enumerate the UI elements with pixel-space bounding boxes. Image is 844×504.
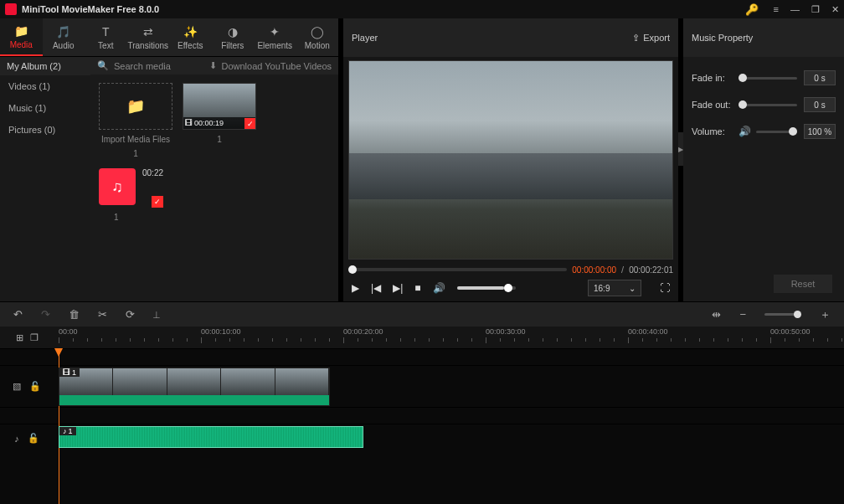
- video-track: ▧ 🔓 🎞1: [0, 365, 844, 407]
- undo-button[interactable]: ↶: [13, 308, 23, 321]
- titlebar: MiniTool MovieMaker Free 8.0.0 🔑 ≡ — ❐ ✕: [0, 0, 844, 18]
- zoom-out-button[interactable]: −: [739, 308, 746, 321]
- fade-in-slider[interactable]: [738, 77, 797, 80]
- search-input[interactable]: Search media: [114, 61, 171, 71]
- folder-icon: 📁: [126, 97, 145, 116]
- scrub-bar[interactable]: [348, 268, 567, 271]
- speed-button[interactable]: ⟳: [126, 308, 135, 321]
- next-frame-button[interactable]: ▶|: [393, 282, 403, 294]
- tab-audio[interactable]: 🎵Audio: [43, 18, 85, 56]
- zoom-slider[interactable]: [764, 313, 801, 316]
- play-button[interactable]: ▶: [352, 282, 359, 294]
- export-icon: ⇪: [632, 33, 640, 44]
- app-title: MiniTool MovieMaker Free 8.0.0: [22, 4, 745, 14]
- fade-out-label: Fade out:: [692, 100, 738, 110]
- media-panel: 🔍 Search media ⬇ Download YouTube Videos…: [90, 57, 338, 301]
- minimize-button[interactable]: —: [790, 4, 800, 14]
- media-video-thumb[interactable]: 🎞 00:00:19 ✓ 1: [183, 83, 256, 158]
- property-panel: ▶ Fade in: 0 s Fade out: 0 s Volume: 🔊 1…: [683, 57, 844, 301]
- reset-button[interactable]: Reset: [774, 275, 832, 293]
- library-category-0[interactable]: Videos (1): [0, 75, 90, 97]
- menu-icon[interactable]: ≡: [774, 4, 779, 14]
- time-current: 00:00:00:00: [572, 265, 616, 275]
- property-header: Music Property: [683, 18, 844, 57]
- audio-clip[interactable]: ♪1: [59, 426, 363, 448]
- fit-button[interactable]: ⇹: [712, 308, 721, 321]
- text-icon: T: [102, 25, 110, 39]
- album-header[interactable]: My Album (2): [0, 57, 90, 75]
- track-dup-button[interactable]: ❐: [30, 332, 39, 343]
- prev-frame-button[interactable]: |◀: [371, 282, 381, 294]
- volume-value[interactable]: 100 %: [804, 124, 836, 139]
- download-icon: ⬇: [209, 60, 217, 71]
- stop-button[interactable]: ■: [414, 282, 420, 294]
- lock-icon[interactable]: 🔓: [28, 433, 39, 444]
- video-clip-label: 1: [72, 368, 76, 377]
- time-total: 00:00:22:01: [629, 265, 673, 275]
- library-sidebar: My Album (2) Videos (1)Music (1)Pictures…: [0, 57, 90, 301]
- tab-media[interactable]: 📁Media: [0, 18, 43, 56]
- redo-button[interactable]: ↷: [41, 308, 50, 321]
- check-icon: ✓: [244, 118, 255, 129]
- check-icon: ✓: [152, 196, 163, 208]
- audio-track-icon: ♪: [14, 434, 19, 444]
- tab-text[interactable]: TText: [85, 18, 127, 56]
- audio-icon: 🎵: [56, 25, 70, 39]
- tab-transitions[interactable]: ⇄Transitions: [127, 18, 170, 56]
- library-category-1[interactable]: Music (1): [0, 97, 90, 119]
- tab-effects[interactable]: ✨Effects: [169, 18, 212, 56]
- aspect-value: 16:9: [594, 284, 610, 293]
- music-count: 1: [99, 213, 119, 222]
- clip-video-icon: 🎞: [63, 368, 70, 377]
- fullscreen-button[interactable]: ⛶: [660, 282, 670, 294]
- volume-label: Volume:: [692, 126, 738, 136]
- app-logo: [5, 3, 17, 15]
- video-preview[interactable]: [348, 60, 673, 260]
- media-music-thumb[interactable]: ♫ 00:22 ✓: [99, 168, 163, 208]
- video-clip[interactable]: 🎞1: [59, 368, 330, 406]
- music-icon: ♫: [111, 178, 123, 196]
- transitions-icon: ⇄: [143, 25, 153, 39]
- delete-button[interactable]: 🗑: [69, 308, 80, 321]
- video-track-icon: ▧: [13, 381, 21, 392]
- volume-icon[interactable]: 🔊: [433, 282, 445, 294]
- track-add-button[interactable]: ⊞: [16, 332, 23, 343]
- tab-filters[interactable]: ◑Filters: [212, 18, 255, 56]
- library-category-2[interactable]: Pictures (0): [0, 119, 90, 141]
- aspect-ratio-select[interactable]: 16:9 ⌄: [588, 280, 641, 296]
- import-media-cell[interactable]: 📁 Import Media Files 1: [99, 83, 172, 158]
- volume-prop-slider[interactable]: [756, 131, 797, 133]
- timeline-ruler[interactable]: 00:0000:00:10:0000:00:20:0000:00:30:0000…: [54, 327, 844, 348]
- ruler-label: 00:00:50:00: [770, 327, 811, 336]
- fade-in-value[interactable]: 0 s: [804, 70, 836, 85]
- fade-out-slider[interactable]: [738, 104, 797, 106]
- volume-slider[interactable]: [457, 286, 516, 290]
- restore-button[interactable]: ❐: [811, 4, 820, 15]
- collapse-panel-button[interactable]: ▶: [678, 132, 683, 166]
- premium-key-icon[interactable]: 🔑: [745, 3, 759, 16]
- ruler-label: 00:00:30:00: [486, 327, 526, 336]
- tab-motion[interactable]: ◯Motion: [296, 18, 339, 56]
- download-youtube-link[interactable]: Download YouTube Videos: [222, 61, 332, 71]
- export-button[interactable]: ⇪ Export: [632, 33, 670, 44]
- crop-button[interactable]: ⟂: [153, 308, 160, 321]
- audio-clip-label: 1: [69, 427, 73, 435]
- video-duration: 00:00:19: [194, 119, 224, 127]
- effects-icon: ✨: [183, 25, 198, 39]
- chevron-down-icon: ⌄: [629, 284, 636, 293]
- fade-in-label: Fade in:: [692, 73, 738, 83]
- close-button[interactable]: ✕: [831, 4, 839, 15]
- clip-audio-icon: ♪: [63, 427, 67, 435]
- lock-icon[interactable]: 🔓: [29, 381, 41, 392]
- zoom-in-button[interactable]: ＋: [820, 307, 831, 322]
- split-button[interactable]: ✂: [98, 308, 107, 321]
- export-label: Export: [643, 33, 670, 43]
- motion-icon: ◯: [311, 25, 324, 39]
- volume-icon: 🔊: [738, 126, 751, 137]
- ruler-label: 00:00: [59, 327, 78, 336]
- fade-out-value[interactable]: 0 s: [804, 97, 836, 112]
- ruler-label: 00:00:20:00: [343, 327, 383, 336]
- timeline-toolbar: ↶ ↷ 🗑 ✂ ⟳ ⟂ ⇹ − ＋: [0, 301, 844, 327]
- ruler-label: 00:00:10:00: [201, 327, 241, 336]
- tab-elements[interactable]: ✦Elements: [254, 18, 296, 56]
